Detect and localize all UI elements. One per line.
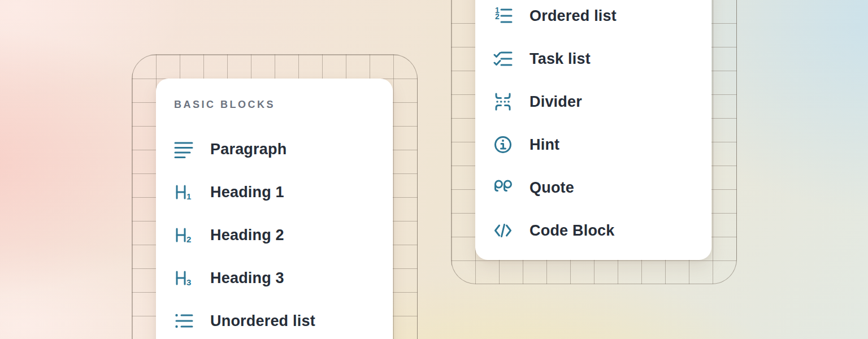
svg-text:2: 2 (186, 234, 191, 244)
svg-text:2: 2 (495, 12, 500, 21)
menu-item-label: Heading 2 (210, 227, 284, 244)
menu-item-label: Paragraph (210, 141, 287, 158)
gradient-background (0, 0, 868, 339)
menu-item-divider[interactable]: Divider (493, 80, 696, 123)
quote-icon (493, 178, 513, 197)
menu-item-unordered-list[interactable]: Unordered list (174, 299, 377, 339)
menu-item-label: Ordered list (530, 7, 617, 25)
menu-item-ordered-list[interactable]: 12Ordered list (493, 0, 696, 37)
hint-icon (493, 135, 513, 154)
menu-item-label: Quote (530, 179, 574, 197)
svg-text:1: 1 (186, 192, 191, 201)
paragraph-icon (174, 140, 193, 159)
panel-title: BASIC BLOCKS (174, 99, 377, 111)
task-list-icon (493, 49, 513, 68)
menu-item-quote[interactable]: Quote (493, 166, 696, 209)
svg-text:3: 3 (186, 277, 191, 287)
block-menu-more-blocks: 12Ordered listTask listDividerHintQuoteC… (475, 0, 711, 260)
menu-item-label: Code Block (530, 222, 615, 240)
menu-item-label: Divider (530, 93, 582, 111)
unordered-list-icon (174, 311, 193, 331)
menu-item-paragraph[interactable]: Paragraph (174, 128, 377, 171)
menu-item-heading-2[interactable]: 2Heading 2 (174, 214, 377, 257)
menu-item-list: Paragraph1Heading 12Heading 23Heading 3U… (174, 128, 377, 339)
menu-item-label: Heading 3 (210, 270, 284, 287)
divider-icon (493, 92, 513, 111)
heading-3-icon: 3 (174, 268, 193, 288)
menu-item-hint[interactable]: Hint (493, 123, 696, 166)
menu-item-label: Task list (530, 50, 591, 68)
heading-2-icon: 2 (174, 225, 193, 245)
menu-item-list: 12Ordered listTask listDividerHintQuoteC… (493, 0, 696, 252)
code-block-icon (493, 221, 513, 240)
ordered-list-icon: 12 (493, 6, 513, 25)
block-menu-basic-blocks: BASIC BLOCKS Paragraph1Heading 12Heading… (156, 79, 393, 339)
menu-item-task-list[interactable]: Task list (493, 37, 696, 80)
menu-item-label: Unordered list (210, 312, 315, 330)
menu-item-label: Hint (530, 136, 559, 154)
menu-item-label: Heading 1 (210, 184, 284, 201)
menu-item-code-block[interactable]: Code Block (493, 209, 696, 252)
heading-1-icon: 1 (174, 182, 193, 202)
menu-item-heading-3[interactable]: 3Heading 3 (174, 257, 377, 299)
menu-item-heading-1[interactable]: 1Heading 1 (174, 171, 377, 214)
